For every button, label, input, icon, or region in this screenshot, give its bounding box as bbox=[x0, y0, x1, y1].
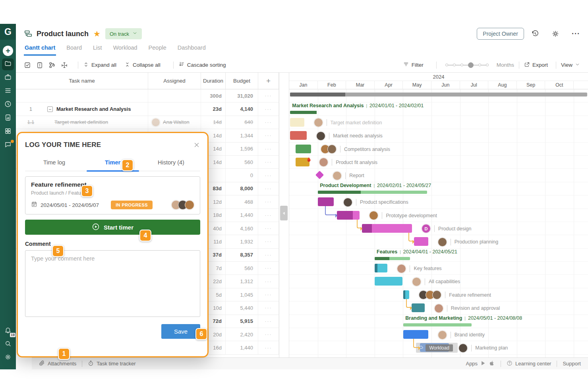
task-bar[interactable] bbox=[412, 303, 424, 312]
zoom-slider-dot[interactable] bbox=[460, 64, 463, 66]
comment-input[interactable] bbox=[25, 250, 200, 317]
more-options-icon[interactable]: ··· bbox=[572, 30, 580, 38]
task-bar[interactable] bbox=[318, 197, 334, 206]
task-card[interactable]: Feature refinement Product launch / Feat… bbox=[25, 176, 200, 214]
view-dropdown[interactable]: View bbox=[561, 62, 580, 68]
row-menu-button[interactable]: ··· bbox=[258, 301, 279, 314]
sidebar-item-projects-folder-icon[interactable] bbox=[2, 58, 14, 70]
task-bar[interactable] bbox=[403, 290, 409, 299]
add-column-button[interactable]: + bbox=[258, 73, 279, 89]
row-menu-button[interactable]: ··· bbox=[258, 275, 279, 288]
row-menu-button[interactable]: ··· bbox=[258, 143, 279, 155]
row-menu-button[interactable]: ··· bbox=[258, 235, 279, 248]
apps-link[interactable]: Apps bbox=[466, 360, 495, 367]
column-duration[interactable]: Duration bbox=[201, 73, 226, 89]
modal-tab-history-4-[interactable]: History (4) bbox=[142, 159, 200, 171]
row-menu-button[interactable]: ··· bbox=[258, 328, 279, 341]
row-menu-button[interactable]: ··· bbox=[258, 182, 279, 195]
filter-button[interactable]: Filter bbox=[403, 61, 424, 69]
column-task-name[interactable]: Task name bbox=[16, 73, 148, 89]
sidebar-item-portfolio-icon[interactable] bbox=[2, 72, 14, 84]
modal-tab-time-log[interactable]: Time log bbox=[25, 159, 83, 171]
row-menu-button[interactable]: ··· bbox=[258, 341, 279, 354]
zoom-slider-dot[interactable] bbox=[478, 64, 481, 66]
sidebar-item-time-log-icon[interactable] bbox=[2, 99, 14, 111]
learning-center-link[interactable]: Learning center bbox=[507, 360, 551, 367]
row-menu-button[interactable]: ··· bbox=[258, 249, 279, 261]
project-summary-bar[interactable] bbox=[290, 93, 587, 97]
milestone-diamond[interactable] bbox=[315, 171, 324, 179]
sidebar-item-reports-icon[interactable] bbox=[2, 112, 14, 124]
collapse-all-button[interactable]: Collapse all bbox=[124, 62, 161, 69]
sidebar-item-settings-gear-icon[interactable] bbox=[2, 352, 14, 364]
row-menu-button[interactable]: ··· bbox=[258, 102, 279, 115]
task-bar[interactable] bbox=[375, 264, 387, 272]
zoom-slider-dot[interactable] bbox=[445, 64, 448, 66]
history-icon[interactable] bbox=[531, 30, 539, 38]
row-menu-button[interactable]: ··· bbox=[258, 315, 279, 328]
table-row[interactable]: 1.1Target market definitionAna Walton14d… bbox=[16, 116, 279, 129]
checkbox-icon[interactable] bbox=[24, 62, 31, 69]
row-menu-button[interactable]: ··· bbox=[258, 129, 279, 142]
row-menu-button[interactable]: ··· bbox=[258, 262, 279, 274]
sidebar-item-search-icon[interactable] bbox=[2, 338, 14, 350]
sidebar-item-notifications-bell-icon[interactable]: 19 bbox=[2, 325, 14, 337]
task-bar[interactable] bbox=[414, 237, 428, 246]
tab-list[interactable]: List bbox=[92, 44, 103, 54]
tab-people[interactable]: People bbox=[148, 44, 167, 54]
sidebar-item-comments-icon[interactable] bbox=[2, 139, 14, 151]
row-menu-button[interactable]: ··· bbox=[258, 89, 279, 102]
group-bar[interactable] bbox=[318, 191, 427, 194]
row-menu-button[interactable]: ··· bbox=[258, 222, 279, 235]
hierarchy-icon[interactable] bbox=[48, 62, 56, 69]
attachments-button[interactable]: Attachments bbox=[39, 360, 76, 367]
settings-gear-icon[interactable] bbox=[551, 30, 559, 38]
column-budget[interactable]: Budget bbox=[226, 73, 258, 89]
task-bar[interactable] bbox=[403, 330, 428, 339]
row-menu-button[interactable]: ··· bbox=[258, 195, 279, 208]
save-button[interactable]: Save bbox=[161, 324, 200, 339]
sidebar-item-plus-circle-icon[interactable]: + bbox=[2, 45, 14, 57]
expand-all-button[interactable]: Expand all bbox=[83, 62, 116, 69]
table-row[interactable]: 300d31,020··· bbox=[16, 89, 279, 102]
text-field-icon[interactable] bbox=[61, 62, 68, 69]
row-menu-button[interactable]: ··· bbox=[258, 156, 279, 168]
task-bar[interactable] bbox=[290, 118, 304, 127]
task-bar[interactable] bbox=[296, 145, 311, 153]
timeline-zoom-slider[interactable] bbox=[445, 62, 489, 68]
cascade-sorting-button[interactable]: Cascade sorting bbox=[178, 61, 226, 69]
row-menu-button[interactable]: ··· bbox=[258, 209, 279, 222]
task-bar[interactable] bbox=[375, 277, 402, 286]
zoom-slider-dot[interactable] bbox=[486, 64, 489, 66]
group-bar[interactable] bbox=[290, 111, 317, 114]
table-row[interactable]: 1Market Research and Analysis23d4,140··· bbox=[16, 102, 279, 116]
sidebar-item-workload-grid-icon[interactable] bbox=[2, 126, 14, 138]
task-bar[interactable] bbox=[290, 131, 307, 140]
project-owner-button[interactable]: Project Owner bbox=[477, 28, 524, 40]
row-menu-button[interactable]: ··· bbox=[258, 288, 279, 301]
task-bar[interactable] bbox=[337, 211, 360, 220]
start-timer-button[interactable]: Start timer bbox=[25, 220, 200, 235]
task-time-tracker-button[interactable]: Task time tracker bbox=[88, 360, 135, 367]
task-alert-icon[interactable] bbox=[36, 62, 43, 69]
group-bar[interactable] bbox=[403, 323, 472, 326]
tab-board[interactable]: Board bbox=[66, 44, 83, 54]
zoom-slider-dot[interactable] bbox=[453, 64, 456, 66]
tab-dashboard[interactable]: Dashboard bbox=[177, 44, 207, 54]
group-bar[interactable] bbox=[375, 257, 410, 260]
close-icon[interactable] bbox=[193, 141, 200, 149]
project-status-dropdown[interactable]: On track bbox=[105, 28, 142, 39]
task-bar[interactable] bbox=[362, 224, 412, 233]
column-assigned[interactable]: Assigned bbox=[148, 73, 201, 89]
tab-workload[interactable]: Workload bbox=[112, 44, 138, 54]
zoom-slider-dot[interactable] bbox=[468, 62, 474, 68]
tab-gantt-chart[interactable]: Gantt chart bbox=[24, 44, 56, 56]
collapse-table-splitter[interactable] bbox=[280, 206, 288, 220]
row-menu-button[interactable]: ··· bbox=[258, 116, 279, 129]
support-link[interactable]: Support bbox=[563, 361, 581, 367]
favorite-star-icon[interactable]: ★ bbox=[93, 29, 101, 39]
sidebar-item-tasks-list-icon[interactable] bbox=[2, 85, 14, 97]
row-menu-button[interactable]: ··· bbox=[258, 169, 279, 182]
export-button[interactable]: Export bbox=[524, 62, 548, 69]
collapse-icon[interactable] bbox=[47, 106, 53, 112]
